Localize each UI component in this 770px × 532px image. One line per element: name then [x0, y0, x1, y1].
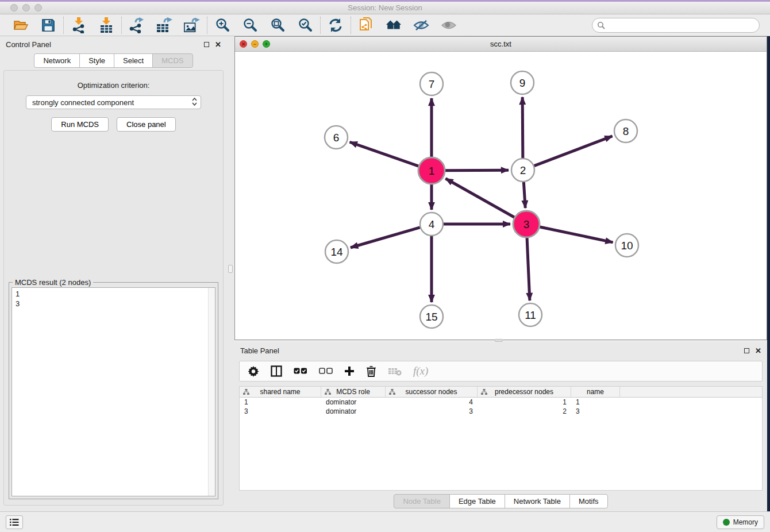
network-window-title: scc.txt: [490, 40, 511, 48]
tab-motifs[interactable]: Motifs: [569, 494, 608, 508]
table-cell[interactable]: 3: [386, 407, 478, 416]
minimize-window-icon[interactable]: [22, 4, 30, 11]
node-label-1: 1: [429, 165, 435, 177]
open-session-icon[interactable]: [13, 17, 29, 33]
window-title: Session: New Session: [348, 3, 422, 12]
delete-column-icon: [388, 367, 402, 376]
close-window-icon[interactable]: [10, 4, 18, 11]
table-cell[interactable]: 1: [478, 398, 571, 407]
columns-icon[interactable]: [271, 365, 282, 377]
column-header-successor-nodes[interactable]: successor nodes: [386, 387, 478, 397]
zoom-fit-icon[interactable]: [270, 17, 286, 33]
table-tabs: Node Table Edge Table Network Table Moti…: [234, 494, 767, 508]
delete-icon[interactable]: [366, 365, 376, 377]
column-header-MCDS-role[interactable]: MCDS role: [321, 387, 386, 397]
search-input[interactable]: [592, 18, 760, 33]
table-cell[interactable]: 2: [478, 407, 571, 416]
close-panel-button[interactable]: Close panel: [117, 117, 176, 132]
edge-2-9[interactable]: [522, 97, 523, 158]
edge-1-6[interactable]: [350, 142, 419, 166]
optimization-criterion-label: Optimization criterion:: [9, 81, 218, 90]
export-network-icon[interactable]: [129, 17, 145, 33]
close-table-panel-icon[interactable]: ✕: [755, 348, 761, 353]
table-toolbar: f(x): [239, 361, 763, 381]
tab-network[interactable]: Network: [34, 53, 80, 68]
node-label-9: 9: [519, 77, 526, 89]
edge-3-11[interactable]: [527, 238, 530, 300]
import-network-icon[interactable]: [71, 17, 87, 33]
float-table-panel-icon[interactable]: [744, 348, 749, 353]
zoom-out-icon[interactable]: [242, 17, 258, 33]
memory-button[interactable]: Memory: [717, 515, 764, 529]
edge-2-8[interactable]: [534, 136, 613, 166]
gear-icon[interactable]: [248, 365, 259, 377]
window-traffic-lights: [10, 4, 42, 11]
edge-3-1[interactable]: [445, 179, 514, 217]
function-icon: f(x): [413, 365, 428, 377]
dropdown-value: strongly connected component: [32, 98, 192, 107]
table-header-row: shared nameMCDS rolesuccessor nodesprede…: [240, 387, 762, 398]
node-label-8: 8: [623, 125, 629, 137]
tab-mcds[interactable]: MCDS: [152, 53, 192, 68]
control-panel-title: Control Panel: [6, 40, 51, 49]
show-all-icon[interactable]: [441, 17, 457, 33]
table-cell[interactable]: 3: [571, 407, 620, 416]
tab-network-table[interactable]: Network Table: [505, 494, 570, 508]
table-cell[interactable]: dominator: [321, 398, 386, 407]
splitter-handle[interactable]: [228, 265, 233, 273]
edge-3-10[interactable]: [540, 227, 613, 242]
run-mcds-button[interactable]: Run MCDS: [51, 117, 109, 132]
column-header-shared-name[interactable]: shared name: [240, 387, 321, 397]
tab-node-table[interactable]: Node Table: [394, 494, 450, 508]
column-header-name[interactable]: name: [571, 387, 620, 397]
close-panel-icon[interactable]: ✕: [215, 42, 221, 47]
network-canvas[interactable]: 1234678910111415: [235, 52, 767, 340]
save-session-icon[interactable]: [40, 17, 56, 33]
export-table-icon[interactable]: [156, 17, 172, 33]
tab-select[interactable]: Select: [114, 53, 153, 68]
maximize-network-icon[interactable]: +: [263, 40, 270, 48]
tab-style[interactable]: Style: [79, 53, 114, 68]
select-all-icon[interactable]: [294, 368, 307, 375]
task-history-button[interactable]: [6, 515, 23, 529]
result-item: 1: [16, 289, 211, 299]
memory-status-icon: [723, 519, 730, 526]
network-window-titlebar[interactable]: ✕ − + scc.txt: [235, 37, 767, 52]
edge-2-3[interactable]: [523, 182, 525, 208]
table-cell[interactable]: 1: [571, 398, 620, 407]
zoom-selected-icon[interactable]: [297, 17, 313, 33]
table-cell[interactable]: 1: [240, 398, 321, 407]
table-cell[interactable]: 3: [240, 407, 321, 416]
window-titlebar: Session: New Session: [0, 2, 770, 14]
refresh-icon[interactable]: [328, 17, 344, 33]
clone-network-icon[interactable]: [358, 17, 374, 33]
hide-selected-icon[interactable]: [413, 17, 429, 33]
result-scrollbar[interactable]: [208, 288, 215, 496]
table-row[interactable]: 1dominator411: [240, 398, 762, 407]
table-panel-title: Table Panel: [240, 346, 279, 355]
float-panel-icon[interactable]: [204, 42, 209, 47]
tab-edge-table[interactable]: Edge Table: [449, 494, 505, 508]
edge-1-2[interactable]: [445, 170, 509, 171]
close-network-icon[interactable]: ✕: [240, 40, 247, 48]
export-image-icon[interactable]: [184, 17, 200, 33]
home-icon[interactable]: [386, 17, 402, 33]
panel-splitter[interactable]: [227, 36, 234, 511]
zoom-in-icon[interactable]: [214, 17, 230, 33]
table-row[interactable]: 3dominator323: [240, 407, 762, 416]
minimize-network-icon[interactable]: −: [251, 40, 259, 48]
maximize-window-icon[interactable]: [34, 4, 42, 11]
network-resize-handle[interactable]: [495, 339, 503, 342]
optimization-criterion-select[interactable]: strongly connected component: [26, 95, 201, 109]
add-column-icon[interactable]: [344, 366, 355, 376]
import-table-icon[interactable]: [98, 17, 114, 33]
deselect-all-icon[interactable]: [319, 368, 333, 375]
column-header-predecessor-nodes[interactable]: predecessor nodes: [478, 387, 571, 397]
table-cell[interactable]: 4: [386, 398, 478, 407]
edge-4-14[interactable]: [351, 228, 420, 248]
wallpaper-right: [767, 36, 770, 511]
table-body: 1dominator4113dominator323: [240, 398, 762, 416]
mcds-result-list[interactable]: 13: [11, 287, 215, 496]
mcds-result-title: MCDS result (2 nodes): [13, 278, 93, 287]
table-cell[interactable]: dominator: [321, 407, 386, 416]
